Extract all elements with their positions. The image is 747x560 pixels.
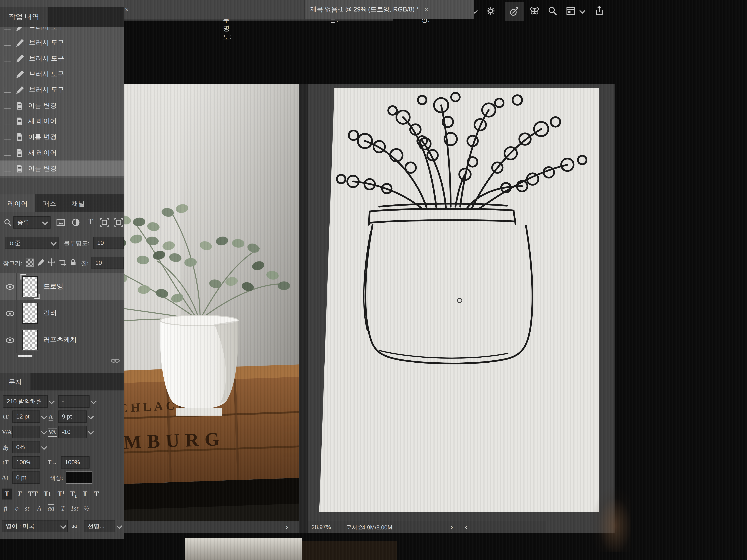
history-row[interactable]: 브러시 도구: [0, 27, 124, 35]
lock-artboard-icon[interactable]: [59, 259, 67, 266]
tab-channels[interactable]: 채널: [64, 194, 93, 212]
zoom-level[interactable]: 28.97%: [312, 524, 331, 531]
status-chevron-icon[interactable]: ›: [286, 523, 288, 530]
all-caps-button[interactable]: TT: [27, 488, 39, 500]
chevron-down-icon[interactable]: [41, 429, 47, 435]
anti-alias-select[interactable]: 선명...: [84, 520, 115, 532]
status-chevron-icon[interactable]: ›: [451, 523, 453, 530]
subscript-button[interactable]: T₁: [68, 488, 79, 500]
search-icon[interactable]: [548, 6, 557, 15]
layer-row-selected[interactable]: 드로잉: [0, 273, 124, 300]
layer-row[interactable]: 컬러: [0, 300, 124, 327]
symmetry-butterfly-icon[interactable]: [530, 6, 540, 16]
status-chevron-icon[interactable]: ‹: [465, 523, 467, 530]
type-filter-icon[interactable]: T: [87, 217, 93, 227]
visibility-toggle[interactable]: [4, 300, 17, 327]
visibility-toggle[interactable]: [4, 327, 17, 353]
fractions-button[interactable]: ½: [84, 505, 89, 512]
history-source-well[interactable]: [4, 27, 11, 30]
chevron-down-icon[interactable]: [579, 7, 586, 14]
layer-thumbnail[interactable]: [22, 303, 37, 324]
faux-bold-button[interactable]: T: [2, 488, 12, 500]
history-source-well[interactable]: [4, 165, 11, 171]
stylistic-alternates-button[interactable]: ad: [48, 505, 54, 512]
pixel-layer-filter-icon[interactable]: [56, 218, 65, 227]
history-row[interactable]: 이름 변경: [0, 129, 124, 145]
history-row[interactable]: 이름 변경: [0, 98, 124, 113]
lock-pixels-brush-icon[interactable]: [37, 259, 45, 266]
ordinal-button[interactable]: 1st: [71, 505, 78, 512]
language-select[interactable]: 영어 : 미국: [2, 520, 68, 532]
visibility-toggle[interactable]: [4, 273, 17, 300]
close-icon[interactable]: ×: [125, 6, 129, 13]
tracking-input[interactable]: -10: [58, 426, 87, 438]
underline-button[interactable]: T: [80, 488, 90, 500]
workspace-panel-icon[interactable]: [566, 6, 575, 16]
smoothing-gear-icon[interactable]: [486, 6, 495, 16]
history-row[interactable]: 새 레이어: [0, 145, 124, 161]
link-icon[interactable]: [111, 358, 120, 363]
strikethrough-button[interactable]: T: [92, 488, 102, 500]
history-row[interactable]: 브러시 도구: [0, 82, 124, 98]
chevron-down-icon[interactable]: [117, 523, 123, 529]
history-source-well[interactable]: [4, 71, 11, 77]
close-icon[interactable]: ×: [424, 6, 428, 13]
tab-paths[interactable]: 패스: [35, 194, 64, 212]
chevron-down-icon[interactable]: [49, 398, 55, 404]
baseline-shift-input[interactable]: 0 pt: [12, 472, 40, 484]
layer-row[interactable]: 러프츠케치: [0, 327, 124, 353]
tsume-input[interactable]: 0%: [12, 441, 40, 453]
layer-thumbnail[interactable]: [22, 329, 37, 350]
chevron-down-icon[interactable]: [41, 444, 47, 450]
history-row-selected[interactable]: 이름 변경: [0, 161, 124, 176]
history-source-well[interactable]: [4, 118, 11, 124]
discretionary-ligatures-button[interactable]: st: [25, 505, 29, 512]
history-source-well[interactable]: [4, 150, 11, 156]
history-row[interactable]: 브러시 도구: [0, 51, 124, 66]
history-row[interactable]: 브러시 도구: [0, 66, 124, 82]
chevron-down-icon[interactable]: [87, 429, 94, 435]
chevron-down-icon[interactable]: [41, 413, 47, 420]
superscript-button[interactable]: T¹: [55, 488, 67, 500]
lock-transparency-icon[interactable]: [26, 259, 34, 267]
document-untitled-drawing[interactable]: 28.97% 문서:24.9M/8.00M › ‹: [308, 84, 615, 533]
history-source-well[interactable]: [4, 87, 11, 92]
ordinals-button[interactable]: o: [15, 505, 19, 512]
history-source-well[interactable]: [4, 134, 11, 140]
tab-character[interactable]: 문자: [0, 373, 31, 391]
leading-input[interactable]: 9 pt: [58, 410, 87, 423]
layer-thumbnail[interactable]: [22, 276, 37, 297]
font-size-input[interactable]: 12 pt: [12, 410, 40, 423]
adjustment-filter-icon[interactable]: [72, 218, 80, 227]
shape-filter-icon[interactable]: [100, 218, 108, 227]
tab-layers[interactable]: 레이어: [0, 194, 35, 212]
ligatures-button[interactable]: fi: [4, 505, 7, 512]
tab-history[interactable]: 작업 내역: [0, 7, 48, 27]
fill-input[interactable]: 10: [92, 257, 124, 269]
history-source-well[interactable]: [4, 56, 11, 61]
faux-italic-button[interactable]: T: [14, 488, 24, 500]
history-source-well[interactable]: [4, 40, 11, 46]
vertical-scale-input[interactable]: 100%: [12, 456, 40, 469]
lock-position-move-icon[interactable]: [48, 258, 56, 266]
history-source-well[interactable]: [4, 103, 11, 108]
chevron-down-icon[interactable]: [87, 413, 94, 420]
tab-untitled-drawing[interactable]: 제목 없음-1 @ 29% (드로잉, RGB/8) * ×: [305, 0, 474, 19]
small-caps-button[interactable]: Tt: [41, 488, 53, 500]
font-family-select[interactable]: 210 밤의해변: [3, 395, 48, 407]
smart-object-filter-icon[interactable]: [114, 218, 123, 227]
kerning-input[interactable]: [12, 426, 40, 438]
horizontal-scale-input[interactable]: 100%: [61, 456, 89, 469]
text-color-swatch[interactable]: [66, 472, 93, 484]
share-icon[interactable]: [594, 6, 604, 15]
pressure-size-toggle[interactable]: [505, 2, 524, 21]
history-row[interactable]: 브러시 도구: [0, 35, 124, 51]
lock-all-icon[interactable]: [70, 258, 77, 266]
layer-opacity-input[interactable]: 10: [93, 237, 124, 249]
titling-alternates-button[interactable]: T: [61, 505, 65, 512]
font-style-select[interactable]: -: [58, 395, 90, 407]
document-splitter[interactable]: [299, 84, 308, 533]
history-row[interactable]: 새 레이어: [0, 113, 124, 129]
document-size-info[interactable]: 문서:24.9M/8.00M: [346, 524, 392, 532]
chevron-down-icon[interactable]: [91, 398, 97, 404]
